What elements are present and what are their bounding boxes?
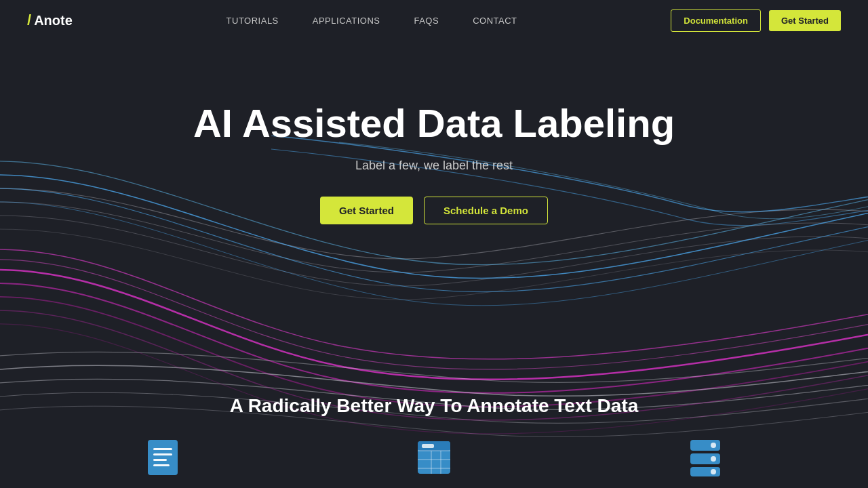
hero-subtitle: Label a few, we label the rest xyxy=(355,159,513,173)
hero-buttons: Get Started Schedule a Demo xyxy=(320,197,548,224)
svg-rect-1 xyxy=(153,448,172,450)
svg-rect-12 xyxy=(422,444,434,448)
bottom-section: A Radically Better Way To Annotate Text … xyxy=(0,395,868,488)
nav-tutorials[interactable]: TUTORIALS xyxy=(226,16,279,26)
documentation-button[interactable]: Documentation xyxy=(671,9,761,32)
svg-rect-3 xyxy=(153,459,167,461)
logo[interactable]: / Anote xyxy=(27,12,73,29)
hero-schedule-demo-button[interactable]: Schedule a Demo xyxy=(424,197,548,224)
get-started-nav-button[interactable]: Get Started xyxy=(769,10,841,31)
svg-rect-2 xyxy=(153,453,172,455)
bottom-title: A Radically Better Way To Annotate Text … xyxy=(0,395,868,417)
nav-contact[interactable]: CONTACT xyxy=(473,16,517,26)
icon-database xyxy=(685,437,726,478)
svg-rect-0 xyxy=(148,440,178,475)
logo-slash: / xyxy=(27,12,31,29)
svg-point-18 xyxy=(711,469,716,474)
icon-document xyxy=(142,437,183,478)
logo-name: Anote xyxy=(34,13,73,28)
svg-point-17 xyxy=(711,456,716,462)
svg-rect-4 xyxy=(153,464,170,466)
navbar: / Anote TUTORIALS APPLICATIONS FAQS CONT… xyxy=(0,0,868,41)
icon-table xyxy=(414,437,454,478)
hero-title: AI Assisted Data Labeling xyxy=(193,102,675,145)
hero-section: AI Assisted Data Labeling Label a few, w… xyxy=(0,41,868,224)
nav-applications[interactable]: APPLICATIONS xyxy=(313,16,380,26)
hero-get-started-button[interactable]: Get Started xyxy=(320,197,413,224)
nav-links: TUTORIALS APPLICATIONS FAQS CONTACT xyxy=(226,14,517,26)
nav-actions: Documentation Get Started xyxy=(671,9,841,32)
nav-faqs[interactable]: FAQS xyxy=(414,16,439,26)
bottom-icons-row xyxy=(0,437,868,481)
svg-point-16 xyxy=(711,443,716,448)
